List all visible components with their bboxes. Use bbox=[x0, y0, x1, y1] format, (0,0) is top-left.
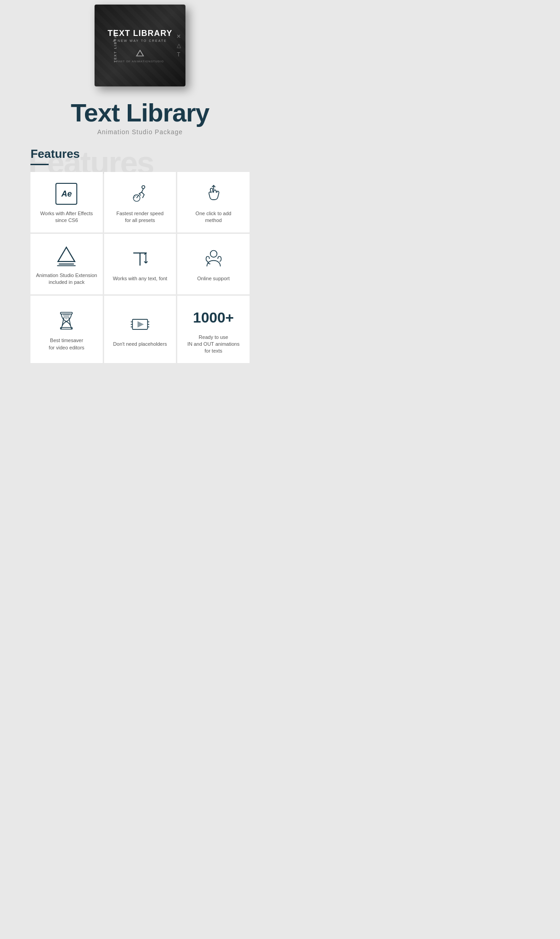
feature-card-support: Online support bbox=[177, 234, 250, 294]
feature-card-timesaver: Best timesaverfor video editors bbox=[30, 296, 103, 363]
features-heading: Features bbox=[30, 147, 250, 161]
box-triangle-icon bbox=[135, 49, 145, 58]
svg-rect-15 bbox=[61, 328, 73, 329]
one-click-icon bbox=[202, 182, 225, 206]
render-svg bbox=[129, 183, 151, 205]
box-title: TEXT LIBRARY bbox=[108, 29, 172, 38]
animation-studio-icon bbox=[55, 244, 78, 268]
triangle-svg bbox=[55, 245, 77, 267]
product-box: TEXT LIBRARY TEXT LIBRARY A NEW WAY TO C… bbox=[95, 5, 185, 86]
page-subtitle: Animation Studio Package bbox=[71, 128, 209, 136]
side-icon-2: △ bbox=[177, 42, 181, 49]
hero-section: TEXT LIBRARY TEXT LIBRARY A NEW WAY TO C… bbox=[0, 0, 280, 372]
svg-line-3 bbox=[137, 196, 139, 198]
box-side-icons: ✕ △ T bbox=[176, 33, 181, 58]
svg-marker-0 bbox=[136, 50, 143, 56]
side-icon-1: ✕ bbox=[176, 33, 181, 40]
svg-marker-19 bbox=[138, 322, 143, 327]
after-effects-icon: Ae bbox=[55, 182, 78, 206]
video-svg bbox=[129, 313, 151, 335]
product-box-wrapper: TEXT LIBRARY TEXT LIBRARY A NEW WAY TO C… bbox=[0, 0, 280, 91]
svg-point-2 bbox=[133, 195, 140, 202]
box-subtitle: A NEW WAY TO CREATE bbox=[113, 39, 167, 42]
feature-card-no-placeholders: Don't need placeholders bbox=[104, 296, 176, 363]
feature-card-animations: 1000+ Ready to useIN and OUT animationsf… bbox=[177, 296, 250, 363]
svg-marker-4 bbox=[58, 247, 75, 261]
hourglass-svg bbox=[55, 310, 77, 332]
after-effects-label: Works with After Effectssince CS6 bbox=[40, 210, 93, 224]
click-svg bbox=[203, 183, 225, 205]
timesaver-label: Best timesaverfor video editors bbox=[49, 337, 84, 351]
animation-studio-label: Animation Studio Extensionincluded in pa… bbox=[36, 272, 97, 286]
page-title: Text Library bbox=[71, 100, 209, 126]
text-font-icon bbox=[128, 247, 152, 271]
svg-point-1 bbox=[142, 186, 145, 188]
text-font-label: Works with any text, font bbox=[113, 275, 167, 282]
side-icon-3: T bbox=[177, 51, 180, 58]
box-brand: PART OF ANIMATIONSTUDIO bbox=[116, 60, 164, 63]
animations-label: Ready to useIN and OUT animationsfor tex… bbox=[187, 334, 240, 355]
support-label: Online support bbox=[197, 275, 230, 282]
render-speed-icon bbox=[128, 182, 152, 206]
features-underline bbox=[30, 164, 49, 165]
svg-point-13 bbox=[210, 251, 217, 257]
feature-card-one-click: One click to addmethod bbox=[177, 172, 250, 232]
one-click-label: One click to addmethod bbox=[195, 210, 231, 224]
box-logo-area: PART OF ANIMATIONSTUDIO bbox=[116, 49, 164, 63]
no-placeholders-label: Don't need placeholders bbox=[113, 341, 167, 348]
feature-card-text-font: Works with any text, font bbox=[104, 234, 176, 294]
feature-card-after-effects: Ae Works with After Effectssince CS6 bbox=[30, 172, 103, 232]
support-svg bbox=[203, 248, 225, 270]
features-section: Features Features Ae Works with After Ef… bbox=[21, 140, 259, 372]
title-section: Text Library Animation Studio Package bbox=[62, 91, 218, 140]
render-speed-label: Fastest render speedfor all presets bbox=[116, 210, 164, 224]
animations-count-icon: 1000+ bbox=[202, 306, 225, 329]
feature-card-animation-studio: Animation Studio Extensionincluded in pa… bbox=[30, 234, 103, 294]
no-placeholders-icon bbox=[128, 313, 152, 336]
animations-count: 1000+ bbox=[193, 310, 234, 325]
support-icon bbox=[202, 247, 225, 271]
timesaver-icon bbox=[55, 309, 78, 333]
textfont-svg bbox=[129, 248, 151, 270]
box-content: TEXT LIBRARY A NEW WAY TO CREATE PART OF… bbox=[108, 29, 172, 63]
features-grid: Ae Works with After Effectssince CS6 bbox=[30, 172, 250, 363]
feature-card-render-speed: Fastest render speedfor all presets bbox=[104, 172, 176, 232]
